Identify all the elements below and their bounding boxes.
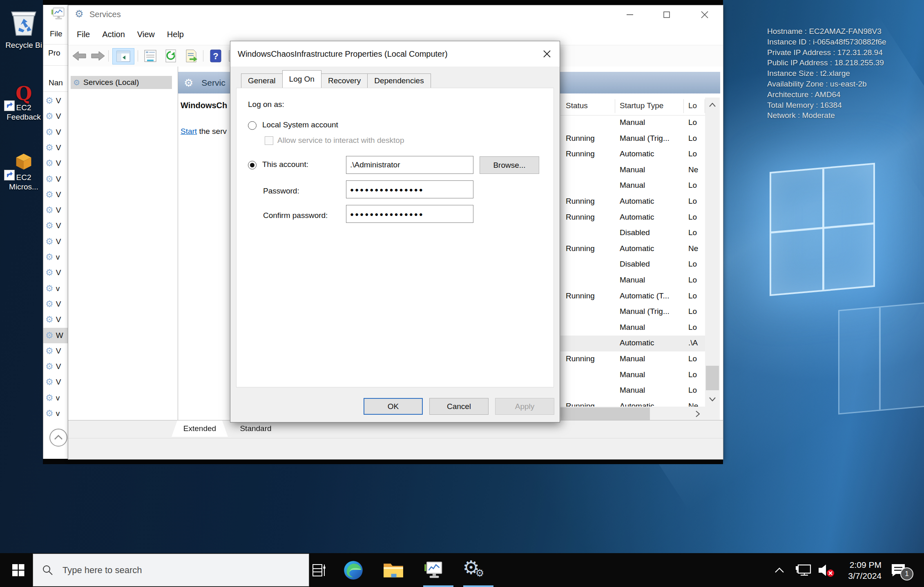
- service-list-row[interactable]: RunningManualLo: [560, 351, 705, 367]
- background-service-row[interactable]: ⚙V: [43, 109, 68, 124]
- service-list-row[interactable]: Automatic.\A: [560, 336, 705, 351]
- scroll-right-icon[interactable]: [690, 407, 705, 421]
- dialog-tab-log-on[interactable]: Log On: [282, 70, 321, 88]
- properties-button[interactable]: [142, 48, 159, 64]
- tree-item-services-local[interactable]: ⚙ Services (Local): [71, 76, 172, 89]
- desktop-icon-ec2-microsoft[interactable]: EC2 Micros...: [2, 153, 45, 191]
- task-view-button[interactable]: [303, 553, 335, 587]
- service-list-row[interactable]: RunningManual (Trig...Lo: [560, 131, 705, 147]
- cancel-button[interactable]: Cancel: [429, 398, 489, 415]
- collapse-chevron-icon[interactable]: [49, 428, 68, 447]
- service-list-row[interactable]: RunningAutomatic (T...Lo: [560, 289, 705, 305]
- background-menu-file[interactable]: File: [50, 29, 62, 38]
- account-field[interactable]: .\Administrator: [346, 156, 473, 174]
- forward-button[interactable]: [89, 48, 107, 64]
- background-service-row[interactable]: ⚙V: [43, 156, 68, 171]
- horizontal-scroll-thumb[interactable]: [560, 407, 650, 420]
- scroll-down-icon[interactable]: [705, 392, 720, 407]
- password-field[interactable]: ●●●●●●●●●●●●●●●: [346, 180, 473, 198]
- refresh-button[interactable]: [162, 48, 179, 64]
- this-account-label[interactable]: This account:: [262, 160, 308, 169]
- background-service-row[interactable]: ⚙W: [43, 328, 68, 343]
- performance-monitor-button[interactable]: [417, 553, 449, 587]
- background-service-row[interactable]: ⚙V: [43, 140, 68, 156]
- background-service-row[interactable]: ⚙V: [43, 234, 68, 249]
- background-service-row[interactable]: ⚙V: [43, 93, 68, 109]
- background-service-row[interactable]: ⚙v: [43, 406, 68, 421]
- dialog-tab-recovery[interactable]: Recovery: [321, 73, 368, 88]
- tray-volume-muted-icon[interactable]: [817, 553, 838, 587]
- column-startup-type[interactable]: Startup Type: [620, 101, 663, 110]
- service-list-row[interactable]: RunningAutomaticNe: [560, 241, 705, 257]
- this-account-radio[interactable]: [248, 161, 257, 169]
- background-service-row[interactable]: ⚙V: [43, 359, 68, 374]
- background-service-row[interactable]: ⚙V: [43, 296, 68, 312]
- dialog-tab-dependencies[interactable]: Dependencies: [367, 73, 431, 88]
- background-service-row[interactable]: ⚙v: [43, 390, 68, 406]
- confirm-password-field[interactable]: ●●●●●●●●●●●●●●●: [346, 205, 473, 223]
- background-service-row[interactable]: ⚙V: [43, 312, 68, 327]
- background-service-row[interactable]: ⚙V: [43, 202, 68, 218]
- ok-button[interactable]: OK: [364, 398, 423, 415]
- service-list-row[interactable]: ManualLo: [560, 273, 705, 289]
- view-tab-standard[interactable]: Standard: [230, 420, 281, 437]
- start-service-link[interactable]: Start: [181, 127, 197, 136]
- column-log-on-as[interactable]: Lo: [688, 101, 697, 110]
- menu-file[interactable]: File: [71, 30, 96, 39]
- service-list-row[interactable]: ManualLo: [560, 320, 705, 336]
- service-list-row[interactable]: RunningAutomaticLo: [560, 194, 705, 210]
- desktop-icon-ec2-feedback[interactable]: Q EC2 Feedback: [2, 84, 45, 122]
- interact-desktop-checkbox[interactable]: [265, 136, 273, 145]
- service-list-row[interactable]: ManualNe: [560, 162, 705, 178]
- service-list-row[interactable]: Manual (Trig...Lo: [560, 304, 705, 320]
- taskbar-clock[interactable]: 2:09 PM 3/7/2024: [836, 553, 882, 587]
- show-console-tree-button[interactable]: [112, 48, 134, 64]
- tray-network-icon[interactable]: [794, 553, 812, 587]
- menu-help[interactable]: Help: [161, 30, 190, 39]
- service-list-row[interactable]: ManualLo: [560, 178, 705, 194]
- service-list-row[interactable]: DisabledLo: [560, 257, 705, 273]
- list-header[interactable]: Status Startup Type Lo: [560, 98, 705, 116]
- help-button[interactable]: ?: [207, 48, 224, 64]
- horizontal-scrollbar[interactable]: [560, 407, 705, 421]
- view-tab-extended[interactable]: Extended: [172, 420, 228, 437]
- dialog-title-bar[interactable]: WindowsChaosInfrastructure Properties (L…: [230, 41, 560, 67]
- local-system-label[interactable]: Local System account: [262, 120, 338, 129]
- menu-action[interactable]: Action: [96, 30, 131, 39]
- taskbar-search[interactable]: Type here to search: [33, 554, 309, 587]
- maximize-button[interactable]: [654, 5, 679, 24]
- column-status[interactable]: Status: [566, 101, 588, 110]
- background-service-row[interactable]: ⚙v: [43, 249, 68, 265]
- back-button[interactable]: [71, 48, 88, 64]
- services-title-bar[interactable]: ⚙ Services: [68, 5, 723, 24]
- vertical-scroll-thumb[interactable]: [706, 366, 719, 390]
- start-button[interactable]: [6, 553, 31, 587]
- file-explorer-button[interactable]: [377, 553, 409, 587]
- close-button[interactable]: [692, 5, 717, 24]
- dialog-close-button[interactable]: [539, 47, 555, 61]
- edge-browser-button[interactable]: [337, 553, 369, 587]
- background-service-row[interactable]: ⚙V: [43, 171, 68, 187]
- background-service-row[interactable]: ⚙v: [43, 281, 68, 296]
- background-service-row[interactable]: ⚙V: [43, 218, 68, 233]
- background-service-row[interactable]: ⚙V: [43, 125, 68, 140]
- background-service-row[interactable]: ⚙V: [43, 374, 68, 390]
- dialog-tab-general[interactable]: General: [241, 73, 283, 88]
- service-list-row[interactable]: RunningAutomaticNe: [560, 399, 705, 407]
- minimize-button[interactable]: [617, 5, 643, 24]
- background-window-sliver[interactable]: File Pro Nan ⚙V⚙V⚙V⚙V⚙V⚙V⚙V⚙V⚙V⚙V⚙v⚙V⚙v⚙…: [43, 5, 68, 459]
- tray-chevron[interactable]: [774, 553, 784, 587]
- background-column-header[interactable]: Nan: [49, 78, 63, 87]
- browse-button[interactable]: Browse...: [480, 156, 539, 174]
- menu-view[interactable]: View: [131, 30, 161, 39]
- local-system-radio[interactable]: [248, 121, 257, 130]
- service-list-row[interactable]: DisabledLo: [560, 225, 705, 241]
- service-list-row[interactable]: ManualLo: [560, 115, 705, 131]
- apply-button[interactable]: Apply: [495, 398, 554, 415]
- service-list-row[interactable]: RunningAutomaticLo: [560, 210, 705, 226]
- background-service-row[interactable]: ⚙V: [43, 343, 68, 359]
- vertical-scrollbar[interactable]: [705, 98, 720, 421]
- services-app-button[interactable]: ⚙⚙: [458, 553, 489, 587]
- desktop-icon-recycle-bin[interactable]: Recycle Bi: [2, 8, 45, 50]
- export-list-button[interactable]: [183, 48, 200, 64]
